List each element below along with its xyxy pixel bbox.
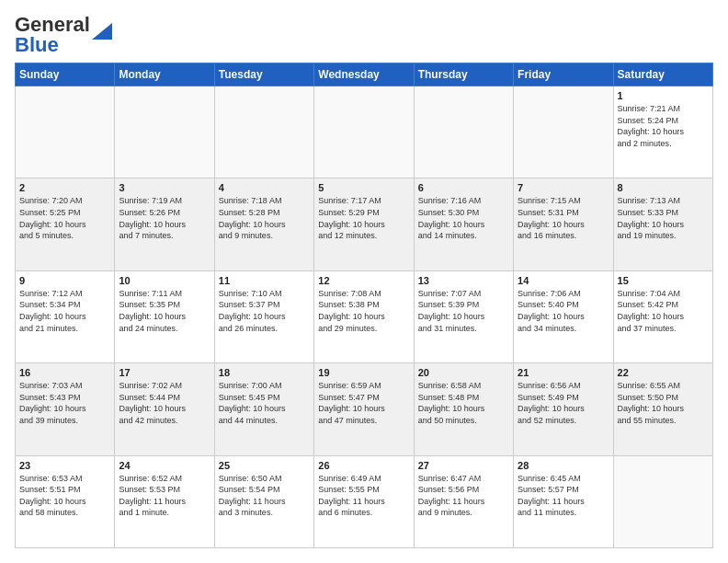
calendar-cell: 17Sunrise: 7:02 AMSunset: 5:44 PMDayligh… xyxy=(115,363,214,455)
day-info: Sunrise: 7:19 AMSunset: 5:26 PMDaylight:… xyxy=(119,195,210,241)
day-number: 8 xyxy=(618,182,709,193)
day-number: 26 xyxy=(318,460,409,471)
calendar-cell xyxy=(16,86,115,178)
day-info: Sunrise: 7:03 AMSunset: 5:43 PMDaylight:… xyxy=(19,380,110,426)
header: General Blue xyxy=(15,15,713,55)
day-info: Sunrise: 7:02 AMSunset: 5:44 PMDaylight:… xyxy=(119,380,210,426)
calendar-cell: 9Sunrise: 7:12 AMSunset: 5:34 PMDaylight… xyxy=(16,270,115,362)
day-info: Sunrise: 7:12 AMSunset: 5:34 PMDaylight:… xyxy=(19,288,110,334)
calendar-cell: 6Sunrise: 7:16 AMSunset: 5:30 PMDaylight… xyxy=(414,178,513,270)
day-info: Sunrise: 6:50 AMSunset: 5:54 PMDaylight:… xyxy=(219,473,310,519)
day-info: Sunrise: 7:16 AMSunset: 5:30 PMDaylight:… xyxy=(418,195,509,241)
calendar-cell: 2Sunrise: 7:20 AMSunset: 5:25 PMDaylight… xyxy=(16,178,115,270)
day-info: Sunrise: 6:53 AMSunset: 5:51 PMDaylight:… xyxy=(19,473,110,519)
day-number: 19 xyxy=(318,367,409,378)
calendar-cell: 26Sunrise: 6:49 AMSunset: 5:55 PMDayligh… xyxy=(314,455,414,547)
day-number: 10 xyxy=(119,275,210,286)
calendar-cell: 13Sunrise: 7:07 AMSunset: 5:39 PMDayligh… xyxy=(414,270,513,362)
calendar-cell xyxy=(314,86,414,178)
calendar-cell: 19Sunrise: 6:59 AMSunset: 5:47 PMDayligh… xyxy=(314,363,414,455)
day-number: 17 xyxy=(119,367,210,378)
calendar-cell xyxy=(514,86,613,178)
day-info: Sunrise: 7:13 AMSunset: 5:33 PMDaylight:… xyxy=(618,195,709,241)
calendar-cell: 11Sunrise: 7:10 AMSunset: 5:37 PMDayligh… xyxy=(214,270,313,362)
day-info: Sunrise: 7:15 AMSunset: 5:31 PMDaylight:… xyxy=(518,195,609,241)
calendar-cell xyxy=(613,455,712,547)
calendar-cell: 4Sunrise: 7:18 AMSunset: 5:28 PMDaylight… xyxy=(214,178,313,270)
week-row-5: 23Sunrise: 6:53 AMSunset: 5:51 PMDayligh… xyxy=(16,455,713,547)
day-info: Sunrise: 6:58 AMSunset: 5:48 PMDaylight:… xyxy=(418,380,509,426)
day-info: Sunrise: 6:49 AMSunset: 5:55 PMDaylight:… xyxy=(318,473,409,519)
day-info: Sunrise: 7:06 AMSunset: 5:40 PMDaylight:… xyxy=(518,288,609,334)
day-number: 20 xyxy=(418,367,509,378)
logo-blue: Blue xyxy=(15,33,59,56)
day-info: Sunrise: 7:07 AMSunset: 5:39 PMDaylight:… xyxy=(418,288,509,334)
calendar-cell xyxy=(414,86,513,178)
day-info: Sunrise: 7:08 AMSunset: 5:38 PMDaylight:… xyxy=(318,288,409,334)
calendar-cell: 18Sunrise: 7:00 AMSunset: 5:45 PMDayligh… xyxy=(214,363,313,455)
calendar-cell: 15Sunrise: 7:04 AMSunset: 5:42 PMDayligh… xyxy=(613,270,712,362)
day-number: 1 xyxy=(618,90,709,101)
week-row-1: 1Sunrise: 7:21 AMSunset: 5:24 PMDaylight… xyxy=(16,86,713,178)
calendar-cell: 1Sunrise: 7:21 AMSunset: 5:24 PMDaylight… xyxy=(613,86,712,178)
calendar-cell: 7Sunrise: 7:15 AMSunset: 5:31 PMDaylight… xyxy=(514,178,613,270)
calendar-cell xyxy=(115,86,214,178)
calendar-cell: 10Sunrise: 7:11 AMSunset: 5:35 PMDayligh… xyxy=(115,270,214,362)
day-number: 22 xyxy=(618,367,709,378)
calendar-cell: 23Sunrise: 6:53 AMSunset: 5:51 PMDayligh… xyxy=(16,455,115,547)
day-number: 13 xyxy=(418,275,509,286)
day-info: Sunrise: 7:04 AMSunset: 5:42 PMDaylight:… xyxy=(618,288,709,334)
day-number: 3 xyxy=(119,182,210,193)
calendar-cell: 8Sunrise: 7:13 AMSunset: 5:33 PMDaylight… xyxy=(613,178,712,270)
day-number: 11 xyxy=(219,275,310,286)
calendar-cell: 22Sunrise: 6:55 AMSunset: 5:50 PMDayligh… xyxy=(613,363,712,455)
day-info: Sunrise: 7:17 AMSunset: 5:29 PMDaylight:… xyxy=(318,195,409,241)
day-number: 7 xyxy=(518,182,609,193)
day-number: 18 xyxy=(219,367,310,378)
calendar-cell: 14Sunrise: 7:06 AMSunset: 5:40 PMDayligh… xyxy=(514,270,613,362)
week-row-2: 2Sunrise: 7:20 AMSunset: 5:25 PMDaylight… xyxy=(16,178,713,270)
day-number: 14 xyxy=(518,275,609,286)
day-number: 6 xyxy=(418,182,509,193)
day-info: Sunrise: 6:55 AMSunset: 5:50 PMDaylight:… xyxy=(618,380,709,426)
day-info: Sunrise: 7:18 AMSunset: 5:28 PMDaylight:… xyxy=(219,195,310,241)
week-row-3: 9Sunrise: 7:12 AMSunset: 5:34 PMDaylight… xyxy=(16,270,713,362)
day-number: 15 xyxy=(618,275,709,286)
calendar-cell xyxy=(214,86,313,178)
weekday-monday: Monday xyxy=(115,63,214,86)
day-info: Sunrise: 7:10 AMSunset: 5:37 PMDaylight:… xyxy=(219,288,310,334)
week-row-4: 16Sunrise: 7:03 AMSunset: 5:43 PMDayligh… xyxy=(16,363,713,455)
day-number: 25 xyxy=(219,460,310,471)
page: General Blue SundayMondayTuesdayWednesda… xyxy=(0,0,728,563)
day-number: 5 xyxy=(318,182,409,193)
day-number: 12 xyxy=(318,275,409,286)
day-number: 21 xyxy=(518,367,609,378)
day-number: 24 xyxy=(119,460,210,471)
day-info: Sunrise: 7:21 AMSunset: 5:24 PMDaylight:… xyxy=(618,103,709,149)
day-info: Sunrise: 7:11 AMSunset: 5:35 PMDaylight:… xyxy=(119,288,210,334)
weekday-wednesday: Wednesday xyxy=(314,63,414,86)
day-info: Sunrise: 7:20 AMSunset: 5:25 PMDaylight:… xyxy=(19,195,110,241)
weekday-tuesday: Tuesday xyxy=(214,63,313,86)
weekday-friday: Friday xyxy=(514,63,613,86)
calendar-cell: 5Sunrise: 7:17 AMSunset: 5:29 PMDaylight… xyxy=(314,178,414,270)
calendar-cell: 25Sunrise: 6:50 AMSunset: 5:54 PMDayligh… xyxy=(214,455,313,547)
day-info: Sunrise: 7:00 AMSunset: 5:45 PMDaylight:… xyxy=(219,380,310,426)
weekday-saturday: Saturday xyxy=(613,63,712,86)
calendar-cell: 3Sunrise: 7:19 AMSunset: 5:26 PMDaylight… xyxy=(115,178,214,270)
logo-text: General Blue xyxy=(15,15,90,55)
svg-marker-0 xyxy=(92,23,112,40)
day-info: Sunrise: 6:47 AMSunset: 5:56 PMDaylight:… xyxy=(418,473,509,519)
day-number: 4 xyxy=(219,182,310,193)
calendar-cell: 20Sunrise: 6:58 AMSunset: 5:48 PMDayligh… xyxy=(414,363,513,455)
day-info: Sunrise: 6:59 AMSunset: 5:47 PMDaylight:… xyxy=(318,380,409,426)
day-info: Sunrise: 6:56 AMSunset: 5:49 PMDaylight:… xyxy=(518,380,609,426)
day-info: Sunrise: 6:45 AMSunset: 5:57 PMDaylight:… xyxy=(518,473,609,519)
calendar-cell: 21Sunrise: 6:56 AMSunset: 5:49 PMDayligh… xyxy=(514,363,613,455)
day-number: 16 xyxy=(19,367,110,378)
calendar-cell: 24Sunrise: 6:52 AMSunset: 5:53 PMDayligh… xyxy=(115,455,214,547)
weekday-sunday: Sunday xyxy=(16,63,115,86)
weekday-header-row: SundayMondayTuesdayWednesdayThursdayFrid… xyxy=(16,63,713,86)
day-number: 23 xyxy=(19,460,110,471)
day-number: 2 xyxy=(19,182,110,193)
